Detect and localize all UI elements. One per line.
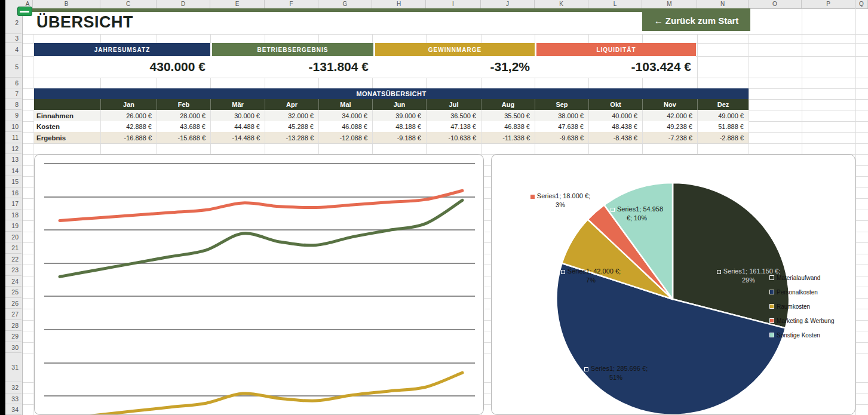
- row-header-19[interactable]: 19: [5, 220, 22, 232]
- table-cell[interactable]: 48.188 €: [372, 121, 426, 132]
- table-cell[interactable]: 44.488 €: [210, 121, 265, 132]
- table-cell[interactable]: 47.638 €: [535, 121, 588, 132]
- row-header-5[interactable]: 5: [5, 56, 22, 78]
- row-header-29[interactable]: 29: [5, 331, 22, 342]
- column-header-Q[interactable]: Q: [855, 0, 868, 8]
- table-cell[interactable]: -2.888 €: [697, 132, 749, 143]
- row-header-32[interactable]: 32: [5, 382, 22, 394]
- row-header-24[interactable]: 24: [5, 276, 22, 287]
- row-header-26[interactable]: 26: [5, 298, 22, 309]
- column-header-J[interactable]: J: [481, 0, 535, 8]
- column-header-K[interactable]: K: [535, 0, 588, 8]
- column-header-D[interactable]: D: [157, 0, 210, 8]
- row-header-8[interactable]: 8: [5, 99, 22, 110]
- line-chart[interactable]: [34, 154, 484, 415]
- month-header-Aug[interactable]: Aug: [481, 99, 535, 110]
- legend-item-sonstige-kosten[interactable]: Sonstige Kosten: [769, 330, 820, 340]
- row-header-23[interactable]: 23: [5, 265, 22, 276]
- row-header-3[interactable]: 3: [5, 34, 22, 43]
- table-cell[interactable]: -11.338 €: [481, 132, 535, 143]
- table-cell[interactable]: 47.138 €: [426, 121, 481, 132]
- row-header-25[interactable]: 25: [5, 287, 22, 298]
- row-header-9[interactable]: 9: [5, 110, 22, 121]
- table-cell[interactable]: 48.438 €: [588, 121, 642, 132]
- column-header-P[interactable]: P: [802, 0, 855, 8]
- table-cell[interactable]: 35.500 €: [481, 110, 535, 121]
- row-header-10[interactable]: 10: [5, 121, 22, 132]
- row-header-7[interactable]: 7: [5, 88, 22, 99]
- table-cell[interactable]: 36.500 €: [426, 110, 481, 121]
- line-series-kosten[interactable]: [60, 190, 462, 220]
- month-header-Sep[interactable]: Sep: [535, 99, 588, 110]
- table-cell[interactable]: -15.688 €: [157, 132, 210, 143]
- row-header-13[interactable]: 13: [5, 154, 22, 165]
- column-header-I[interactable]: I: [426, 0, 481, 8]
- sheet-shape-icon[interactable]: [17, 7, 32, 16]
- column-header-L[interactable]: L: [588, 0, 642, 8]
- month-header-Dez[interactable]: Dez: [697, 99, 749, 110]
- table-cell[interactable]: 26.000 €: [100, 110, 157, 121]
- row-header-15[interactable]: 15: [5, 176, 22, 187]
- row-header-28[interactable]: 28: [5, 320, 22, 331]
- table-cell[interactable]: -13.288 €: [265, 132, 318, 143]
- table-cell[interactable]: 38.000 €: [535, 110, 588, 121]
- back-to-start-button[interactable]: ← Zurück zum Start: [642, 10, 750, 31]
- table-cell[interactable]: 49.000 €: [697, 110, 749, 121]
- row-header-12[interactable]: 12: [5, 143, 22, 154]
- month-header-Jan[interactable]: Jan: [100, 99, 157, 110]
- month-header-Feb[interactable]: Feb: [157, 99, 210, 110]
- month-header-Mär[interactable]: Mär: [210, 99, 265, 110]
- table-cell[interactable]: 51.888 €: [697, 121, 749, 132]
- row-header-18[interactable]: 18: [5, 210, 22, 220]
- row-header-27[interactable]: 27: [5, 309, 22, 320]
- row-header-34[interactable]: 34: [5, 404, 22, 415]
- line-series-einnahmen[interactable]: [60, 200, 462, 276]
- row-header-21[interactable]: 21: [5, 242, 22, 254]
- legend-item-marketing-werbung[interactable]: Marketing & Werbung: [769, 316, 835, 325]
- row-header-22[interactable]: 22: [5, 254, 22, 265]
- month-header-Jul[interactable]: Jul: [426, 99, 481, 110]
- column-header-H[interactable]: H: [372, 0, 426, 8]
- column-header-C[interactable]: C: [100, 0, 157, 8]
- table-cell[interactable]: -10.638 €: [426, 132, 481, 143]
- column-header-G[interactable]: G: [318, 0, 372, 8]
- table-cell[interactable]: -9.638 €: [535, 132, 588, 143]
- month-header-Okt[interactable]: Okt: [588, 99, 642, 110]
- line-series-ergebnis[interactable]: [60, 373, 462, 415]
- legend-item-materialaufwand[interactable]: Materialaufwand: [769, 273, 820, 282]
- row-header-16[interactable]: 16: [5, 187, 22, 198]
- column-header-M[interactable]: M: [642, 0, 697, 8]
- pie-chart[interactable]: Series1; 161.150 €;29%Series1; 285.696 €…: [491, 154, 855, 415]
- table-cell[interactable]: 43.688 €: [157, 121, 210, 132]
- column-header-O[interactable]: O: [749, 0, 802, 8]
- table-cell[interactable]: 45.288 €: [265, 121, 318, 132]
- table-cell[interactable]: 42.888 €: [100, 121, 157, 132]
- column-header-N[interactable]: N: [697, 0, 749, 8]
- row-header-6[interactable]: 6: [5, 78, 22, 88]
- month-header-Mai[interactable]: Mai: [318, 99, 372, 110]
- table-cell[interactable]: 46.088 €: [318, 121, 372, 132]
- month-header-Jun[interactable]: Jun: [372, 99, 426, 110]
- column-header-B[interactable]: B: [33, 0, 100, 8]
- legend-item-raumkosten[interactable]: Raumkosten: [769, 302, 810, 311]
- table-cell[interactable]: -16.888 €: [100, 132, 157, 143]
- table-cell[interactable]: 39.000 €: [372, 110, 426, 121]
- month-header-Apr[interactable]: Apr: [265, 99, 318, 110]
- table-cell[interactable]: -8.438 €: [588, 132, 642, 143]
- row-header-30[interactable]: 30: [5, 342, 22, 353]
- row-header-17[interactable]: 17: [5, 198, 22, 210]
- row-header-31[interactable]: 31: [5, 353, 22, 382]
- table-cell[interactable]: -7.238 €: [642, 132, 697, 143]
- table-cell[interactable]: -9.188 €: [372, 132, 426, 143]
- table-cell[interactable]: 40.000 €: [588, 110, 642, 121]
- row-header-4[interactable]: 4: [5, 43, 22, 56]
- table-cell[interactable]: -14.488 €: [210, 132, 265, 143]
- table-cell[interactable]: 30.000 €: [210, 110, 265, 121]
- table-cell[interactable]: -12.088 €: [318, 132, 372, 143]
- row-header-14[interactable]: 14: [5, 165, 22, 176]
- column-header-F[interactable]: F: [265, 0, 318, 8]
- row-header-20[interactable]: 20: [5, 232, 22, 242]
- column-header-E[interactable]: E: [210, 0, 265, 8]
- table-cell[interactable]: 42.000 €: [642, 110, 697, 121]
- legend-item-personalkosten[interactable]: Personalkosten: [769, 287, 818, 297]
